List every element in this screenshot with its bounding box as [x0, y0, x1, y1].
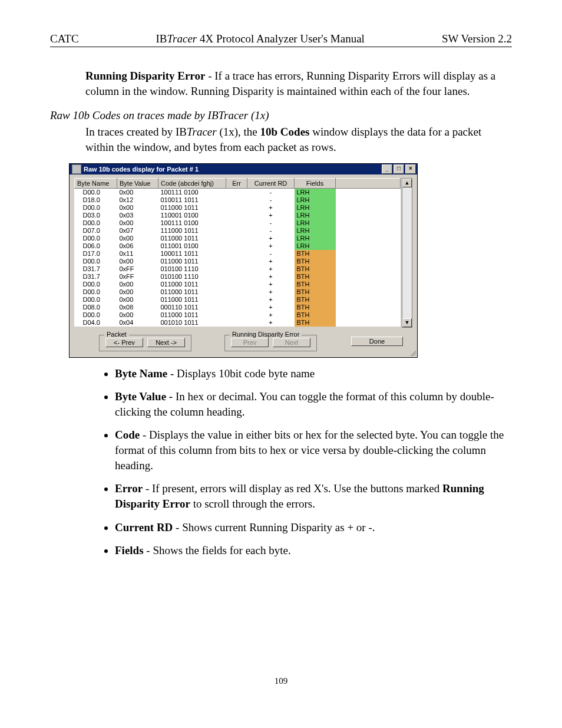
col-byte-name[interactable]: Byte Name [75, 178, 117, 188]
cell-err [226, 296, 247, 304]
cell-err [226, 319, 247, 327]
cell-fields: BTH [295, 281, 336, 288]
cell-filler [336, 296, 401, 304]
cell-current-rd: - [247, 219, 295, 227]
cell-fields: LRH [295, 227, 336, 235]
cell-filler [336, 311, 401, 319]
cell-byte-value: 0x00 [117, 281, 158, 288]
table-row[interactable]: D00.00x00011000 1011+BTH [75, 258, 401, 265]
cell-current-rd: + [247, 281, 295, 288]
cell-code: 100011 1011 [158, 250, 226, 258]
cell-current-rd: + [247, 204, 295, 212]
cell-byte-name: D03.0 [75, 212, 117, 219]
para-running-disparity: Running Disparity Error - If a trace has… [50, 68, 512, 98]
cell-byte-value: 0x00 [117, 204, 158, 212]
cell-current-rd: - [247, 227, 295, 235]
close-button[interactable]: × [405, 164, 416, 174]
app-icon [72, 164, 81, 174]
cell-fields: BTH [295, 311, 336, 319]
scroll-up-icon[interactable]: ▲ [402, 179, 412, 187]
col-err[interactable]: Err [226, 178, 247, 188]
table-row[interactable]: D00.00x00011000 1011+LRH [75, 204, 401, 212]
cell-code: 011000 1011 [158, 281, 226, 288]
cell-fields: LRH [295, 204, 336, 212]
table-row[interactable]: D04.00x04001010 1011+BTH [75, 319, 401, 327]
cell-code: 100111 0100 [158, 219, 226, 227]
cell-byte-value: 0x06 [117, 242, 158, 250]
cell-err [226, 219, 247, 227]
rde-prev-button[interactable]: Prev [231, 338, 269, 347]
list-item: Current RD - Shows current Running Dispa… [115, 520, 512, 535]
cell-byte-value: 0x08 [117, 304, 158, 311]
cell-code: 011000 1011 [158, 311, 226, 319]
list-item: Byte Name - Displays 10bit code byte nam… [115, 366, 512, 381]
packet-next-button[interactable]: Next -> [147, 338, 185, 347]
cell-err [226, 212, 247, 219]
table-row[interactable]: D31.70xFF010100 1110+BTH [75, 265, 401, 273]
cell-fields: BTH [295, 319, 336, 327]
list-item: Error - If present, errors will display … [115, 481, 512, 511]
table-row[interactable]: D00.00x00100111 0100-LRH [75, 188, 401, 196]
cell-err [226, 281, 247, 288]
cell-filler [336, 242, 401, 250]
cell-byte-value: 0x00 [117, 258, 158, 265]
cell-err [226, 311, 247, 319]
col-current-rd[interactable]: Current RD [247, 178, 295, 188]
cell-code: 001010 1011 [158, 319, 226, 327]
col-code[interactable]: Code (abcdei fghj) [158, 178, 226, 188]
cell-code: 011000 1011 [158, 288, 226, 296]
titlebar[interactable]: Raw 10b codes display for Packet # 1 _ □… [70, 164, 417, 174]
table-row[interactable]: D08.00x08000110 1011+BTH [75, 304, 401, 311]
done-button[interactable]: Done [351, 337, 403, 346]
table-row[interactable]: D00.00x00011000 1011+BTH [75, 296, 401, 304]
maximize-button[interactable]: □ [394, 164, 404, 174]
cell-err [226, 304, 247, 311]
col-fields[interactable]: Fields [295, 178, 336, 188]
table-row[interactable]: D00.00x00100111 0100-LRH [75, 219, 401, 227]
resize-grip-icon[interactable] [409, 349, 416, 356]
cell-fields: BTH [295, 296, 336, 304]
cell-fields: LRH [295, 242, 336, 250]
cell-filler [336, 265, 401, 273]
table-row[interactable]: D00.00x00011000 1011+BTH [75, 311, 401, 319]
table-row[interactable]: D00.00x00011000 1011+LRH [75, 235, 401, 242]
cell-byte-name: D18.0 [75, 196, 117, 204]
cell-byte-name: D17.0 [75, 250, 117, 258]
cell-fields: LRH [295, 212, 336, 219]
list-item: Code - Displays the value in either bits… [115, 427, 512, 473]
table-row[interactable]: D18.00x12010011 1011-LRH [75, 196, 401, 204]
cell-filler [336, 319, 401, 327]
cell-byte-name: D00.0 [75, 235, 117, 242]
table-row[interactable]: D06.00x06011001 0100+LRH [75, 242, 401, 250]
cell-code: 011000 1011 [158, 235, 226, 242]
col-byte-value[interactable]: Byte Value [117, 178, 158, 188]
header-right: SW Version 2.2 [430, 32, 512, 45]
cell-code: 011000 1011 [158, 258, 226, 265]
cell-fields: LRH [295, 196, 336, 204]
cell-byte-name: D00.0 [75, 219, 117, 227]
cell-filler [336, 235, 401, 242]
table-row[interactable]: D07.00x07111000 1011-LRH [75, 227, 401, 235]
cell-byte-name: D08.0 [75, 304, 117, 311]
table-row[interactable]: D00.00x00011000 1011+BTH [75, 288, 401, 296]
vertical-scrollbar[interactable]: ▲ ▼ [402, 178, 412, 328]
bullet-list: Byte Name - Displays 10bit code byte nam… [50, 366, 512, 558]
cell-err [226, 250, 247, 258]
table-row[interactable]: D17.00x11100011 1011-BTH [75, 250, 401, 258]
cell-err [226, 258, 247, 265]
table-header-row: Byte Name Byte Value Code (abcdei fghj) … [75, 178, 401, 188]
cell-filler [336, 258, 401, 265]
cell-err [226, 227, 247, 235]
scroll-down-icon[interactable]: ▼ [402, 318, 412, 327]
packet-prev-button[interactable]: <- Prev [105, 338, 143, 347]
minimize-button[interactable]: _ [382, 164, 392, 174]
table-row[interactable]: D31.70xFF010100 1110+BTH [75, 273, 401, 281]
packet-group: Packet <- Prev Next -> [99, 335, 191, 351]
cell-current-rd: + [247, 319, 295, 327]
cell-fields: LRH [295, 235, 336, 242]
cell-err [226, 188, 247, 196]
table-row[interactable]: D00.00x00011000 1011+BTH [75, 281, 401, 288]
rde-next-button[interactable]: Next [273, 338, 310, 347]
table-row[interactable]: D03.00x03110001 0100+LRH [75, 212, 401, 219]
cell-filler [336, 212, 401, 219]
